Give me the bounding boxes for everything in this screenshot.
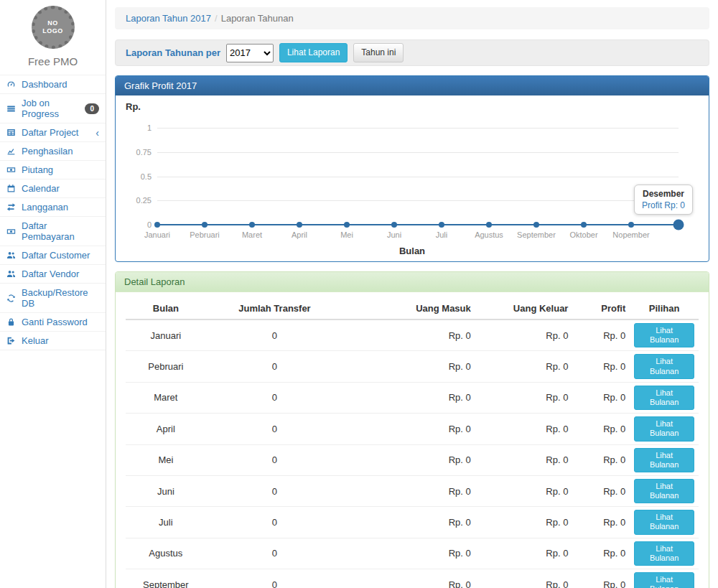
sidebar-item-daftar-pembayaran[interactable]: Daftar Pembayaran: [0, 217, 106, 246]
cell-jumlah-transfer: 0: [206, 414, 344, 444]
lihat-laporan-button[interactable]: Lihat Laporan: [279, 43, 348, 62]
sidebar-item-daftar-vendor[interactable]: Daftar Vendor: [0, 265, 106, 284]
grid-line: [157, 177, 679, 177]
sidebar-menu: DashboardJob on Progress0Daftar Project‹…: [0, 75, 106, 350]
cell-uang-masuk: Rp. 0: [343, 569, 475, 588]
cell-bulan: Juni: [126, 475, 206, 506]
logo-area: NO LOGO Free PMO: [0, 0, 106, 75]
sidebar-item-daftar-project[interactable]: Daftar Project‹: [0, 123, 106, 142]
table-row-juni: Juni0Rp. 0Rp. 0Rp. 0Lihat Bulanan: [126, 475, 699, 506]
cell-pilihan: Lihat Bulanan: [630, 475, 699, 506]
cell-uang-masuk: Rp. 0: [343, 507, 475, 538]
sidebar-item-backup-restore-db[interactable]: Backup/Restore DB: [0, 284, 106, 313]
lihat-bulanan-button-april[interactable]: Lihat Bulanan: [634, 416, 694, 441]
sidebar-item-keluar[interactable]: Keluar: [0, 332, 106, 350]
cell-profit: Rp. 0: [572, 569, 630, 588]
breadcrumb-current: Laporan Tahunan: [221, 13, 294, 24]
cell-uang-masuk: Rp. 0: [343, 444, 475, 475]
cell-uang-keluar: Rp. 0: [475, 507, 573, 538]
sidebar-item-label: Daftar Customer: [22, 250, 90, 261]
cell-jumlah-transfer: 0: [206, 382, 344, 413]
sidebar-item-langganan[interactable]: Langganan: [0, 198, 106, 217]
x-tick-label: Juli: [436, 230, 448, 239]
users-icon: [6, 251, 17, 260]
cell-pilihan: Lihat Bulanan: [630, 444, 699, 475]
lihat-bulanan-button-pebruari[interactable]: Lihat Bulanan: [634, 354, 694, 378]
column-header-uang-keluar: Uang Keluar: [475, 298, 573, 319]
cell-uang-masuk: Rp. 0: [343, 414, 475, 444]
cell-bulan: Agustus: [126, 538, 206, 569]
sidebar-item-calendar[interactable]: Calendar: [0, 179, 106, 198]
data-point-nopember[interactable]: [628, 222, 634, 228]
cell-jumlah-transfer: 0: [206, 569, 344, 588]
x-tick-label: Agustus: [475, 230, 503, 239]
y-tick-label: 1: [126, 123, 151, 132]
cell-profit: Rp. 0: [572, 507, 630, 538]
sidebar-item-piutang[interactable]: Piutang: [0, 161, 106, 179]
dashboard-icon: [6, 80, 17, 89]
cell-profit: Rp. 0: [572, 414, 630, 444]
cell-profit: Rp. 0: [572, 475, 630, 506]
cell-profit: Rp. 0: [572, 444, 630, 475]
cell-jumlah-transfer: 0: [206, 351, 344, 382]
sidebar-item-label: Job on Progress: [22, 98, 80, 119]
data-point-mei[interactable]: [344, 222, 350, 228]
data-point-desember[interactable]: [673, 220, 684, 230]
year-select[interactable]: 2017: [226, 44, 274, 62]
cell-uang-keluar: Rp. 0: [475, 351, 573, 382]
lihat-bulanan-button-juni[interactable]: Lihat Bulanan: [634, 479, 694, 503]
breadcrumb-link[interactable]: Laporan Tahun 2017: [126, 13, 211, 24]
cell-uang-masuk: Rp. 0: [343, 319, 475, 351]
logo-text-line2: LOGO: [42, 27, 63, 35]
lihat-bulanan-button-september[interactable]: Lihat Bulanan: [634, 572, 694, 588]
data-point-maret[interactable]: [249, 222, 255, 228]
data-point-oktober[interactable]: [581, 222, 587, 228]
cell-pilihan: Lihat Bulanan: [630, 507, 699, 538]
chart-tooltip: Desember Profit Rp: 0: [634, 185, 693, 215]
data-point-pebruari[interactable]: [202, 222, 208, 228]
chart-plot: JanuariPebruariMaretAprilMeiJuniJuliAgus…: [157, 113, 679, 261]
lihat-bulanan-button-juli[interactable]: Lihat Bulanan: [634, 510, 694, 534]
x-tick-label: September: [517, 230, 556, 239]
sidebar-item-label: Keluar: [22, 335, 49, 346]
report-toolbar: Laporan Tahunan per 2017 Lihat Laporan T…: [115, 39, 709, 66]
cell-uang-masuk: Rp. 0: [343, 351, 475, 382]
cell-uang-keluar: Rp. 0: [475, 319, 573, 351]
data-point-juni[interactable]: [391, 222, 397, 228]
chart-panel-title: Grafik Profit 2017: [116, 76, 709, 95]
data-point-september[interactable]: [533, 222, 539, 228]
cell-profit: Rp. 0: [572, 351, 630, 382]
lihat-bulanan-button-agustus[interactable]: Lihat Bulanan: [634, 541, 694, 566]
sign-out-icon: [6, 336, 17, 345]
sidebar-item-daftar-customer[interactable]: Daftar Customer: [0, 246, 106, 265]
cell-pilihan: Lihat Bulanan: [630, 319, 699, 351]
sidebar: NO LOGO Free PMO DashboardJob on Progres…: [0, 0, 106, 588]
chart-line-icon: [6, 146, 17, 156]
tooltip-title: Desember: [642, 189, 685, 199]
cell-profit: Rp. 0: [572, 382, 630, 413]
sidebar-item-label: Daftar Pembayaran: [22, 220, 99, 242]
x-tick-label: Nopember: [612, 230, 649, 239]
data-point-januari[interactable]: [154, 222, 160, 228]
cell-jumlah-transfer: 0: [206, 319, 344, 351]
data-point-juli[interactable]: [439, 222, 444, 228]
y-tick-label: 0.75: [126, 148, 151, 157]
data-point-agustus[interactable]: [486, 222, 492, 228]
lihat-bulanan-button-mei[interactable]: Lihat Bulanan: [634, 448, 694, 472]
sidebar-item-label: Langganan: [22, 202, 68, 213]
cell-pilihan: Lihat Bulanan: [630, 382, 699, 413]
y-axis-title: Rp.: [126, 101, 699, 112]
lihat-bulanan-button-maret[interactable]: Lihat Bulanan: [634, 386, 694, 410]
sidebar-item-penghasilan[interactable]: Penghasilan: [0, 142, 106, 161]
repeat-icon: [6, 202, 17, 212]
data-point-april[interactable]: [297, 222, 302, 228]
chart-panel-body: Rp. JanuariPebruariMaretAprilMeiJuniJuli…: [116, 95, 709, 261]
lihat-bulanan-button-januari[interactable]: Lihat Bulanan: [634, 323, 694, 347]
sidebar-item-ganti-password[interactable]: Ganti Password: [0, 313, 106, 332]
sidebar-item-dashboard[interactable]: Dashboard: [0, 75, 106, 94]
cell-bulan: Januari: [126, 319, 206, 351]
column-header-bulan: Bulan: [126, 298, 206, 319]
sidebar-item-job-on-progress[interactable]: Job on Progress0: [0, 94, 106, 123]
tahun-ini-button[interactable]: Tahun ini: [353, 43, 404, 62]
cell-profit: Rp. 0: [572, 319, 630, 351]
